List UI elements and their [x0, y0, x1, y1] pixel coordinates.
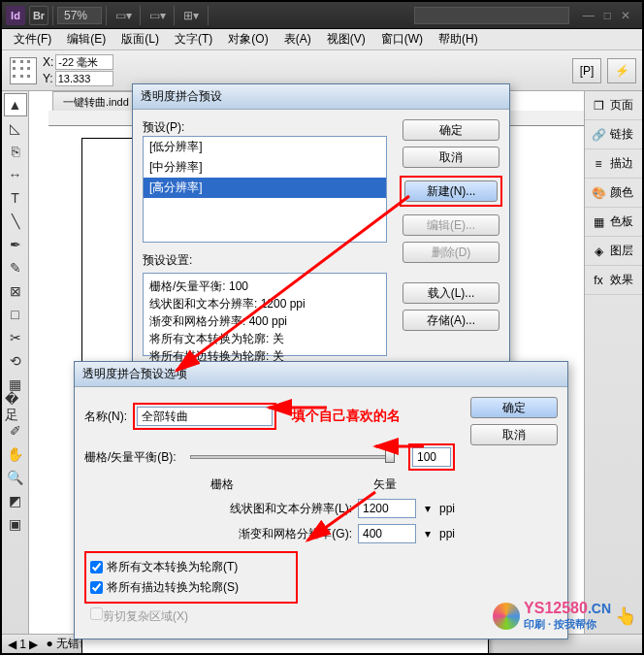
stroke-icon: ≡ — [591, 156, 606, 172]
res1-input[interactable] — [358, 499, 416, 518]
dialog2-title: 透明度拼合预设选项 — [75, 362, 567, 387]
note-tool-icon[interactable]: �足 — [4, 396, 27, 419]
balance-input[interactable] — [412, 447, 451, 467]
edit-button: 编辑(E)... — [402, 214, 499, 236]
panel-effects[interactable]: fx效果 — [585, 266, 642, 295]
settings-display: 栅格/矢量平衡: 100 线状图和文本分辨率: 1200 ppi 渐变和网格分辨… — [143, 273, 387, 356]
balance-slider[interactable] — [385, 449, 395, 463]
screen-mode-icon[interactable]: ▭▾ — [145, 6, 170, 25]
type-tool-icon[interactable]: T — [4, 186, 27, 210]
flattener-presets-dialog: 透明度拼合预设 预设(P): [低分辨率] [中分辨率] [高分辨率] 预设设置… — [132, 83, 510, 367]
zoom-select[interactable]: 57% — [57, 7, 102, 24]
swatches-icon: ▦ — [591, 214, 606, 230]
reference-point-icon[interactable] — [10, 57, 37, 84]
page-navigator[interactable]: ◀ 1 ▶ — [8, 638, 38, 651]
color-icon: 🎨 — [591, 185, 606, 201]
page-tool-icon[interactable]: ⎘ — [4, 140, 27, 163]
search-input[interactable] — [414, 7, 569, 24]
character-panel-icon[interactable]: [P] — [572, 58, 601, 83]
cancel-button[interactable]: 取消 — [402, 147, 499, 168]
watermark: YS12580.CN 印刷 · 按我帮你 👆 — [493, 600, 636, 632]
presets-listbox[interactable]: [低分辨率] [中分辨率] [高分辨率] — [143, 136, 387, 243]
scissors-tool-icon[interactable]: ✂ — [4, 326, 27, 349]
flattener-options-dialog: 透明度拼合预设选项 名称(N): 填个自己喜欢的名 栅格/矢量平衡(B): 栅格… — [74, 361, 568, 639]
quick-apply-icon[interactable]: ⚡ — [607, 58, 636, 83]
panel-pages[interactable]: ❐页面 — [585, 91, 642, 120]
fill-stroke-icon[interactable]: ◩ — [4, 489, 27, 512]
settings-label: 预设设置: — [143, 252, 387, 269]
name-label: 名称(N): — [84, 409, 127, 425]
preset-item-high[interactable]: [高分辨率] — [144, 178, 386, 198]
direct-selection-tool-icon[interactable]: ◺ — [4, 116, 27, 140]
tool-panel: ▲ ◺ ⎘ ↔ T ╲ ✒ ✎ ⊠ □ ✂ ⟲ ▦ �足 ✐ ✋ 🔍 ◩ ▣ — [2, 91, 29, 634]
gap-tool-icon[interactable]: ↔ — [4, 163, 27, 186]
arrange-icon[interactable]: ⊞▾ — [178, 6, 204, 25]
name-input[interactable] — [137, 407, 273, 426]
panels-dock: ❐页面 🔗链接 ≡描边 🎨颜色 ▦色板 ◈图层 fx效果 — [584, 91, 642, 634]
presets-label: 预设(P): — [143, 119, 387, 136]
indesign-logo-icon: Id — [6, 6, 25, 25]
menu-edit[interactable]: 编辑(E) — [59, 31, 113, 48]
transform-tool-icon[interactable]: ⟲ — [4, 349, 27, 373]
preview-mode-icon[interactable]: ▣ — [4, 512, 27, 536]
effects-icon: fx — [591, 273, 606, 288]
checkbox-group: 将所有文本转换为轮廓(T) 将所有描边转换为轮廓(S) — [84, 551, 298, 604]
res2-input[interactable] — [358, 524, 416, 543]
chk-text-outlines[interactable] — [90, 561, 103, 573]
bridge-logo-icon[interactable]: Br — [29, 6, 48, 25]
app-topbar: Id Br 57% ▭▾ ▭▾ ⊞▾ — □ ✕ — [2, 2, 642, 29]
dialog-title: 透明度拼合预设 — [133, 84, 509, 110]
frame-tool-icon[interactable]: ⊠ — [4, 279, 27, 303]
pages-icon: ❐ — [591, 98, 606, 114]
selection-tool-icon[interactable]: ▲ — [4, 93, 27, 116]
delete-button: 删除(D) — [402, 242, 499, 263]
view-mode-icon[interactable]: ▭▾ — [111, 6, 136, 25]
eyedropper-tool-icon[interactable]: ✐ — [4, 419, 27, 442]
save-button[interactable]: 存储(A)... — [402, 310, 499, 331]
cancel2-button[interactable]: 取消 — [470, 424, 558, 445]
x-input[interactable] — [55, 54, 113, 70]
links-icon: 🔗 — [591, 127, 606, 143]
menu-layout[interactable]: 版面(L) — [113, 31, 167, 48]
menu-object[interactable]: 对象(O) — [220, 31, 275, 48]
rectangle-tool-icon[interactable]: □ — [4, 303, 27, 326]
panel-layers[interactable]: ◈图层 — [585, 237, 642, 266]
menubar: 文件(F) 编辑(E) 版面(L) 文字(T) 对象(O) 表(A) 视图(V)… — [2, 29, 642, 50]
new-button[interactable]: 新建(N)... — [404, 180, 498, 202]
menu-view[interactable]: 视图(V) — [319, 31, 373, 48]
y-input[interactable] — [55, 71, 113, 86]
y-label: Y: — [43, 72, 53, 85]
chk-stroke-outlines[interactable] — [90, 581, 103, 594]
res1-label: 线状图和文本分辨率(L): — [230, 501, 352, 517]
panel-stroke[interactable]: ≡描边 — [585, 149, 642, 179]
balance-label: 栅格/矢量平衡(B): — [84, 449, 177, 466]
panel-swatches[interactable]: ▦色板 — [585, 208, 642, 237]
hand-tool-icon[interactable]: ✋ — [4, 442, 27, 466]
line-tool-icon[interactable]: ╲ — [4, 210, 27, 233]
pencil-tool-icon[interactable]: ✎ — [4, 256, 27, 279]
pen-tool-icon[interactable]: ✒ — [4, 233, 27, 256]
ok2-button[interactable]: 确定 — [470, 397, 558, 418]
menu-window[interactable]: 窗口(W) — [373, 31, 431, 48]
preset-item-med[interactable]: [中分辨率] — [144, 157, 386, 178]
panel-links[interactable]: 🔗链接 — [585, 120, 642, 149]
layers-icon: ◈ — [591, 244, 606, 259]
panel-color[interactable]: 🎨颜色 — [585, 179, 642, 208]
menu-help[interactable]: 帮助(H) — [431, 31, 486, 48]
ok-button[interactable]: 确定 — [402, 119, 499, 141]
res2-label: 渐变和网格分辨率(G): — [239, 526, 352, 542]
pointer-icon: 👆 — [615, 606, 636, 627]
annotation-text: 填个自己喜欢的名 — [292, 408, 401, 425]
menu-file[interactable]: 文件(F) — [6, 31, 59, 48]
menu-type[interactable]: 文字(T) — [167, 31, 220, 48]
watermark-logo-icon — [493, 603, 520, 630]
close-icon[interactable]: ✕ — [621, 9, 630, 22]
minimize-icon[interactable]: — — [583, 9, 595, 22]
load-button[interactable]: 载入(L)... — [402, 282, 499, 304]
preset-item-low[interactable]: [低分辨率] — [144, 137, 386, 157]
x-label: X: — [43, 55, 53, 69]
maximize-icon[interactable]: □ — [604, 9, 611, 22]
chk-clip-complex — [90, 607, 103, 620]
zoom-tool-icon[interactable]: 🔍 — [4, 466, 27, 489]
menu-table[interactable]: 表(A) — [276, 31, 319, 48]
